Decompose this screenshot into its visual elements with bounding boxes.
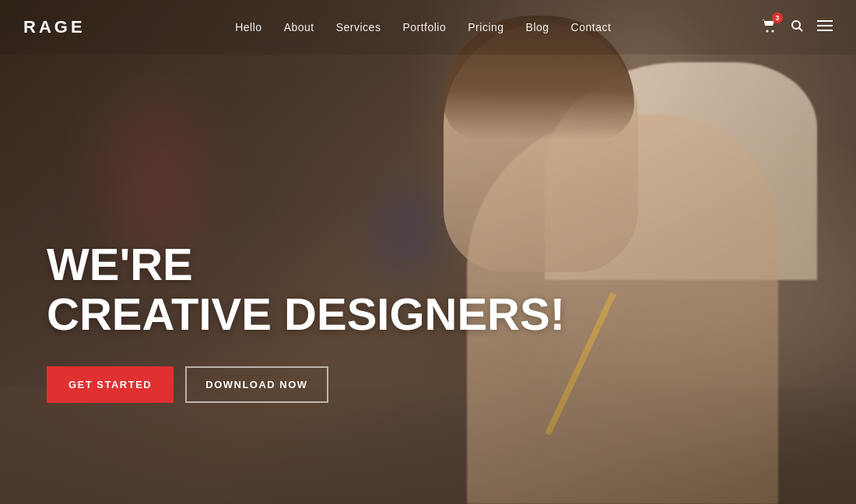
navbar: RAGE Hello About Services Portfolio Pric… [0, 0, 856, 54]
nav-item-portfolio[interactable]: Portfolio [402, 20, 446, 34]
cart-icon[interactable]: 3 [761, 19, 777, 36]
nav-link-blog[interactable]: Blog [526, 21, 549, 33]
headline-line1: WE'RE [47, 239, 193, 289]
svg-point-0 [767, 30, 769, 33]
svg-line-3 [799, 28, 802, 31]
hero-section: RAGE Hello About Services Portfolio Pric… [0, 0, 856, 504]
download-now-button[interactable]: DOWNLOAD NOW [185, 366, 328, 403]
nav-link-pricing[interactable]: Pricing [468, 21, 503, 33]
svg-point-2 [792, 21, 800, 29]
hero-buttons: GET STARTED DOWNLOAD NOW [47, 366, 565, 403]
nav-item-pricing[interactable]: Pricing [468, 20, 503, 34]
nav-item-services[interactable]: Services [336, 20, 381, 34]
nav-link-hello[interactable]: Hello [235, 21, 261, 33]
hamburger-menu-icon[interactable] [817, 20, 833, 34]
nav-link-about[interactable]: About [284, 21, 314, 33]
nav-icon-group: 3 [761, 19, 833, 36]
headline-line2: CREATIVE DESIGNERS! [47, 289, 565, 339]
nav-link-contact[interactable]: Contact [571, 21, 612, 33]
nav-link-services[interactable]: Services [336, 21, 381, 33]
nav-item-blog[interactable]: Blog [526, 20, 549, 34]
cart-badge: 3 [772, 12, 783, 23]
hero-content: WE'RE CREATIVE DESIGNERS! GET STARTED DO… [47, 240, 565, 403]
brand-logo[interactable]: RAGE [23, 17, 86, 37]
nav-item-hello[interactable]: Hello [235, 20, 261, 34]
svg-point-1 [772, 30, 774, 33]
nav-links-list: Hello About Services Portfolio Pricing B… [235, 20, 611, 34]
hero-headline: WE'RE CREATIVE DESIGNERS! [47, 240, 565, 339]
nav-item-about[interactable]: About [284, 20, 314, 34]
nav-item-contact[interactable]: Contact [571, 20, 612, 34]
get-started-button[interactable]: GET STARTED [47, 366, 174, 403]
search-icon[interactable] [791, 19, 803, 35]
nav-link-portfolio[interactable]: Portfolio [402, 21, 446, 33]
